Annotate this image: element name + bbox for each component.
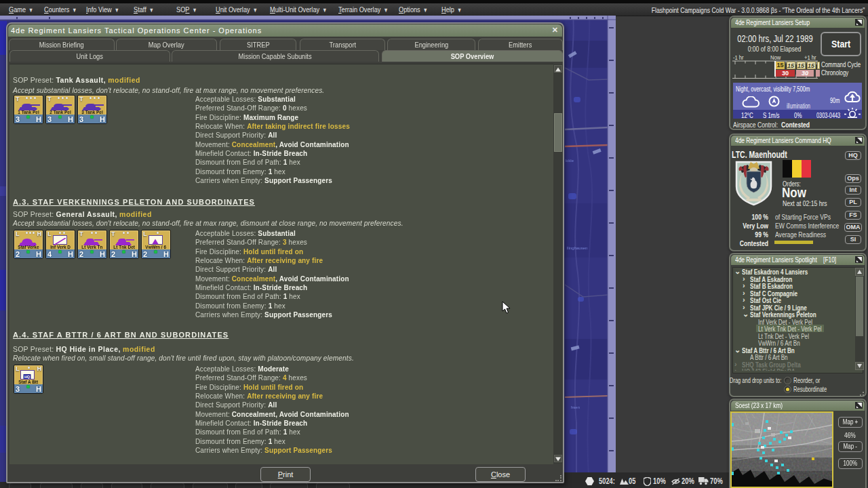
svg-text:lckle: lckle <box>566 159 574 163</box>
svg-text:HQ: HQ <box>24 375 31 379</box>
svg-text:llinghausen: llinghausen <box>567 246 587 250</box>
svg-text:hsen: hsen <box>571 405 580 409</box>
